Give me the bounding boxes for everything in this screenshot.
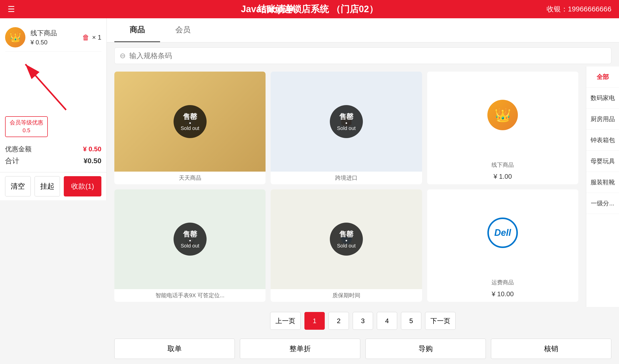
category-clothing[interactable]: 服装鞋靴 [586,172,619,193]
svg-line-1 [25,64,66,110]
sold-out-badge-1: 售罄 Sold out [174,105,207,138]
action-buttons: 取单 整单折 导购 核销 [107,335,619,364]
search-icon: ⊖ [120,52,126,60]
product-card-3[interactable]: 👑 线下商品 ¥ 1.00 [427,72,578,184]
product-name-4: 智能电话手表9X 可答定位... [114,289,266,302]
product-name-5: 质保期时间 [271,289,422,302]
action-verify[interactable]: 核销 [491,339,611,359]
crown-icon: 👑 [10,32,21,43]
search-input[interactable] [129,52,606,60]
product-price-6: ¥ 10.00 [427,289,578,302]
tab-members[interactable]: 会员 [160,18,206,42]
action-retrieve[interactable]: 取单 [114,339,235,359]
next-page-button[interactable]: 下一页 [425,312,456,330]
product-grid: 🛍 售罄 Sold out 天天商品 📦 [107,67,586,307]
product-name-6: 运费商品 [427,276,578,289]
main-layout: 👑 线下商品 ¥ 0.50 🗑 × 1 [0,18,619,364]
search-bar[interactable]: ⊖ [114,47,611,64]
product-image-1: 🛍 售罄 Sold out [114,72,266,172]
product-image-4: ⌚ 售罄 Sold out [114,189,266,289]
product-image-3: 👑 [427,72,578,159]
member-discount-area: 会员等级优惠 0.5 [0,112,106,141]
cashier-info: 收银：19966666666 [547,4,611,14]
product-image-5: 🥣 售罄 Sold out [271,189,422,289]
total-row: 合计 ¥0.50 [5,156,101,166]
cart-item-actions: 🗑 × 1 [82,33,101,42]
page-button-3[interactable]: 3 [353,312,373,330]
action-discount[interactable]: 整单折 [240,339,360,359]
cart-item: 👑 线下商品 ¥ 0.50 🗑 × 1 [5,23,101,52]
sold-out-badge-4: 售罄 Sold out [174,223,207,256]
product-name-2: 跨境进口 [271,172,422,184]
page-button-5[interactable]: 5 [401,312,421,330]
pagination: 上一页 1 2 3 4 5 下一页 [107,307,619,335]
cart-item-name: 线下商品 [30,29,82,38]
system-name: Javashop连锁店系统 （门店02） [241,3,378,15]
page-button-1[interactable]: 1 [304,312,325,330]
page-button-4[interactable]: 4 [377,312,397,330]
suspend-button[interactable]: 挂起 [35,176,60,196]
checkout-button[interactable]: 收款(1) [64,176,101,196]
cart-items: 👑 线下商品 ¥ 0.50 🗑 × 1 [0,18,106,57]
cart-item-price: ¥ 0.50 [30,39,82,46]
bottom-buttons: 清空 挂起 收款(1) [0,172,106,200]
product-name-3: 线下商品 [427,159,578,171]
product-price-3: ¥ 1.00 [427,171,578,184]
category-electronics[interactable]: 数码家电 [586,88,619,109]
member-badge: 会员等级优惠 0.5 [5,116,48,137]
product-image-6: Dell [427,189,578,276]
tab-bar: 商品 会员 [107,18,619,42]
page-button-2[interactable]: 2 [329,312,349,330]
product-card-2[interactable]: 📦 售罄 Sold out 跨境进口 [271,72,422,184]
dell-logo: Dell [487,218,518,248]
category-sidebar: 全部 数码家电 厨房用品 钟表箱包 母婴玩具 服装鞋靴 一级分... [586,67,619,307]
product-name-1: 天天商品 [114,172,266,184]
delete-item-button[interactable]: 🗑 [82,33,89,42]
product-image-2: 📦 售罄 Sold out [271,72,422,172]
crown-product-icon: 👑 [487,100,518,130]
left-panel: 👑 线下商品 ¥ 0.50 🗑 × 1 [0,18,107,200]
product-card-1[interactable]: 🛍 售罄 Sold out 天天商品 [114,72,266,184]
product-card-5[interactable]: 🥣 售罄 Sold out 质保期时间 [271,189,422,302]
cart-item-info: 线下商品 ¥ 0.50 [30,29,82,46]
category-other[interactable]: 一级分... [586,193,619,214]
action-guide[interactable]: 导购 [365,339,486,359]
annotation-arrow [5,57,76,112]
category-watches[interactable]: 钟表箱包 [586,130,619,151]
sold-out-badge-5: 售罄 Sold out [330,223,363,256]
cart-item-qty: × 1 [92,34,101,41]
clear-button[interactable]: 清空 [5,176,31,196]
order-summary: 优惠金额 ¥ 0.50 合计 ¥0.50 [0,141,106,172]
product-thumbnail: 👑 [5,27,25,47]
prev-page-button[interactable]: 上一页 [270,312,301,330]
sold-out-badge-2: 售罄 Sold out [330,105,363,138]
header: ☰ 结账清单 Javashop连锁店系统 （门店02） 收银：199666666… [0,0,619,18]
tab-products[interactable]: 商品 [114,18,160,42]
category-kitchen[interactable]: 厨房用品 [586,109,619,130]
product-card-6[interactable]: Dell 运费商品 ¥ 10.00 [427,189,578,302]
content-area: 🛍 售罄 Sold out 天天商品 📦 [107,67,619,307]
category-baby[interactable]: 母婴玩具 [586,151,619,172]
category-all[interactable]: 全部 [586,67,619,88]
right-panel: 商品 会员 ⊖ 🛍 售罄 [107,18,619,364]
product-card-4[interactable]: ⌚ 售罄 Sold out 智能电话手表9X 可答定位... [114,189,266,302]
discount-row: 优惠金额 ¥ 0.50 [5,145,101,154]
